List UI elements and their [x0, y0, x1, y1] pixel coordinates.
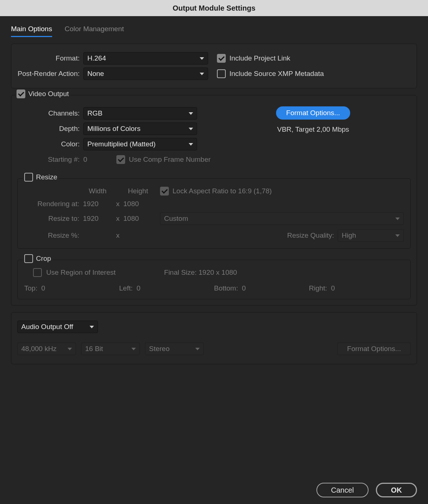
crop-legend: Crop — [36, 255, 51, 263]
resize-to-label: Resize to: — [24, 215, 83, 223]
depth-dropdown[interactable]: Millions of Colors — [83, 123, 197, 135]
starting-number-label: Starting #: — [17, 156, 83, 164]
tabs: Main Options Color Management — [7, 16, 421, 39]
rendering-at-height: 1080 — [123, 200, 153, 208]
resize-to-width: 1920 — [83, 215, 112, 223]
chevron-down-icon — [68, 348, 72, 350]
crop-top-value: 0 — [41, 284, 45, 292]
format-panel: Format: H.264 Include Project Link Post-… — [11, 44, 417, 88]
resize-quality-value: High — [342, 231, 356, 240]
dialog-title: Output Module Settings — [173, 4, 255, 12]
resize-checkbox[interactable] — [24, 173, 33, 182]
chevron-down-icon — [189, 112, 193, 115]
audio-channels-value: Stereo — [149, 345, 170, 353]
bitrate-info: VBR, Target 2,00 Mbps — [277, 125, 349, 134]
use-comp-frame-number-label: Use Comp Frame Number — [129, 156, 211, 164]
format-label: Format: — [17, 54, 83, 62]
width-header: Width — [83, 187, 112, 195]
resize-group: Resize Width Height Lock Aspect Ratio to… — [17, 178, 411, 249]
crop-bottom-value: 0 — [242, 284, 246, 292]
post-render-action-value: None — [87, 70, 104, 78]
audio-output-mode-dropdown[interactable]: Audio Output Off — [17, 321, 98, 333]
channels-value: RGB — [87, 109, 102, 117]
audio-output-group: Audio Output Off 48,000 kHz 16 Bit Stere… — [11, 312, 417, 364]
crop-right-value: 0 — [331, 284, 335, 292]
resize-quality-dropdown: High — [338, 229, 404, 242]
x-separator: x — [112, 200, 123, 208]
lock-aspect-ratio-label: Lock Aspect Ratio to 16:9 (1,78) — [173, 187, 272, 195]
audio-bit-depth-value: 16 Bit — [85, 345, 103, 353]
video-output-group: Video Output Channels: RGB Depth: Millio… — [11, 95, 417, 306]
use-roi-label: Use Region of Interest — [46, 269, 116, 277]
chevron-down-icon — [131, 348, 136, 350]
channels-dropdown[interactable]: RGB — [83, 107, 197, 120]
chevron-down-icon — [90, 326, 94, 328]
crop-left-value: 0 — [137, 284, 141, 292]
rendering-at-label: Rendering at: — [24, 200, 83, 208]
include-xmp-checkbox[interactable] — [217, 69, 226, 78]
crop-group: Crop Use Region of Interest Final Size: … — [17, 260, 411, 299]
include-project-link-checkbox[interactable] — [217, 54, 226, 63]
final-size: Final Size: 1920 x 1080 — [164, 269, 237, 277]
resize-legend: Resize — [36, 173, 57, 181]
tab-color-management[interactable]: Color Management — [65, 25, 124, 37]
resize-preset-dropdown: Custom — [160, 212, 404, 225]
chevron-down-icon — [200, 57, 204, 60]
post-render-action-dropdown[interactable]: None — [83, 67, 208, 80]
rendering-at-width: 1920 — [83, 200, 112, 208]
title-bar: Output Module Settings — [0, 0, 428, 16]
resize-quality-label: Resize Quality: — [287, 231, 334, 240]
color-value: Premultiplied (Matted) — [87, 140, 156, 148]
audio-sample-rate-dropdown: 48,000 kHz — [17, 343, 76, 355]
audio-output-mode-value: Audio Output Off — [21, 323, 73, 331]
crop-bottom-label: Bottom: — [214, 284, 238, 292]
crop-top-label: Top: — [24, 284, 37, 292]
resize-preset-value: Custom — [164, 215, 188, 223]
chevron-down-icon — [189, 143, 193, 146]
x-separator: x — [112, 215, 123, 223]
include-project-link-label: Include Project Link — [229, 54, 290, 62]
depth-value: Millions of Colors — [87, 125, 141, 133]
cancel-button[interactable]: Cancel — [316, 483, 369, 497]
chevron-down-icon — [200, 73, 204, 75]
audio-format-options-button: Format Options... — [337, 343, 411, 355]
use-roi-checkbox — [33, 268, 42, 277]
resize-pct-label: Resize %: — [24, 231, 83, 240]
chevron-down-icon — [189, 128, 193, 130]
crop-checkbox[interactable] — [24, 254, 33, 263]
ok-button[interactable]: OK — [376, 483, 417, 497]
chevron-down-icon — [395, 234, 400, 237]
audio-format-options-label: Format Options... — [347, 345, 401, 353]
audio-channels-dropdown: Stereo — [145, 343, 204, 355]
audio-bit-depth-dropdown: 16 Bit — [81, 343, 140, 355]
post-render-action-label: Post-Render Action: — [17, 70, 83, 78]
color-label: Color: — [17, 140, 83, 148]
starting-number-value: 0 — [83, 156, 105, 164]
color-dropdown[interactable]: Premultiplied (Matted) — [83, 138, 197, 150]
height-header: Height — [123, 187, 153, 195]
video-output-legend: Video Output — [28, 90, 69, 98]
use-comp-frame-number-checkbox — [116, 155, 125, 164]
audio-sample-rate-value: 48,000 kHz — [21, 345, 57, 353]
channels-label: Channels: — [17, 109, 83, 117]
crop-left-label: Left: — [119, 284, 133, 292]
x-separator: x — [112, 231, 123, 240]
chevron-down-icon — [395, 218, 400, 220]
include-xmp-label: Include Source XMP Metadata — [229, 70, 324, 78]
format-dropdown[interactable]: H.264 — [83, 52, 208, 65]
format-options-button[interactable]: Format Options... — [276, 106, 351, 120]
video-output-checkbox[interactable] — [17, 90, 25, 98]
format-value: H.264 — [87, 54, 106, 62]
lock-aspect-ratio-checkbox — [160, 187, 169, 196]
chevron-down-icon — [195, 348, 200, 350]
depth-label: Depth: — [17, 125, 83, 133]
tab-main-options[interactable]: Main Options — [11, 25, 52, 37]
crop-right-label: Right: — [309, 284, 327, 292]
resize-to-height: 1080 — [123, 215, 153, 223]
